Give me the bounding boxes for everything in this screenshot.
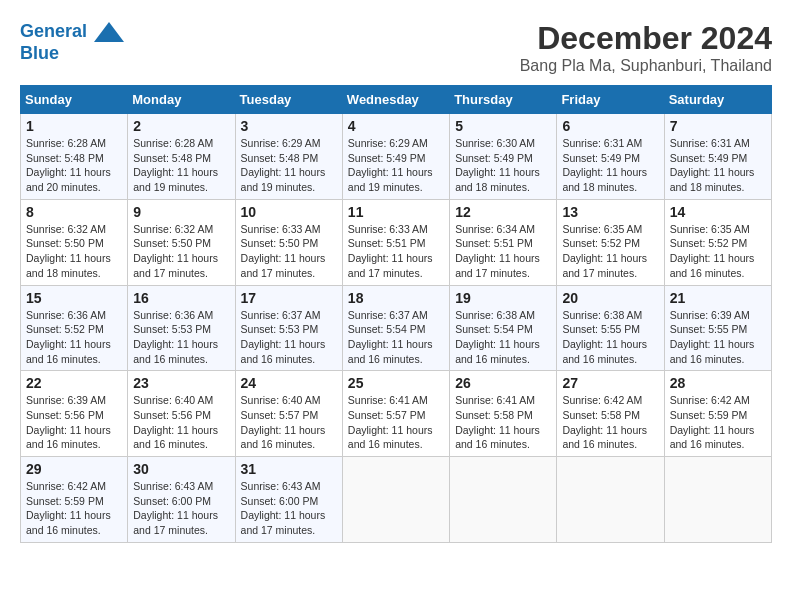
day-info: Sunrise: 6:31 AMSunset: 5:49 PMDaylight:… <box>562 137 647 193</box>
calendar-cell: 24 Sunrise: 6:40 AMSunset: 5:57 PMDaylig… <box>235 371 342 457</box>
day-number: 11 <box>348 204 444 220</box>
day-info: Sunrise: 6:32 AMSunset: 5:50 PMDaylight:… <box>133 223 218 279</box>
day-number: 10 <box>241 204 337 220</box>
calendar-cell: 15 Sunrise: 6:36 AMSunset: 5:52 PMDaylig… <box>21 285 128 371</box>
day-info: Sunrise: 6:28 AMSunset: 5:48 PMDaylight:… <box>26 137 111 193</box>
day-number: 9 <box>133 204 229 220</box>
day-info: Sunrise: 6:39 AMSunset: 5:56 PMDaylight:… <box>26 394 111 450</box>
day-number: 19 <box>455 290 551 306</box>
day-number: 31 <box>241 461 337 477</box>
calendar-cell: 14 Sunrise: 6:35 AMSunset: 5:52 PMDaylig… <box>664 199 771 285</box>
day-number: 20 <box>562 290 658 306</box>
day-number: 2 <box>133 118 229 134</box>
calendar-cell: 9 Sunrise: 6:32 AMSunset: 5:50 PMDayligh… <box>128 199 235 285</box>
day-number: 7 <box>670 118 766 134</box>
day-info: Sunrise: 6:41 AMSunset: 5:58 PMDaylight:… <box>455 394 540 450</box>
calendar-cell: 12 Sunrise: 6:34 AMSunset: 5:51 PMDaylig… <box>450 199 557 285</box>
day-info: Sunrise: 6:43 AMSunset: 6:00 PMDaylight:… <box>133 480 218 536</box>
day-info: Sunrise: 6:28 AMSunset: 5:48 PMDaylight:… <box>133 137 218 193</box>
calendar-cell: 3 Sunrise: 6:29 AMSunset: 5:48 PMDayligh… <box>235 114 342 200</box>
calendar-cell: 21 Sunrise: 6:39 AMSunset: 5:55 PMDaylig… <box>664 285 771 371</box>
day-number: 4 <box>348 118 444 134</box>
day-number: 12 <box>455 204 551 220</box>
calendar-cell: 20 Sunrise: 6:38 AMSunset: 5:55 PMDaylig… <box>557 285 664 371</box>
col-header-thursday: Thursday <box>450 86 557 114</box>
day-number: 3 <box>241 118 337 134</box>
calendar-cell <box>450 457 557 543</box>
calendar-cell: 17 Sunrise: 6:37 AMSunset: 5:53 PMDaylig… <box>235 285 342 371</box>
month-title: December 2024 <box>520 20 772 57</box>
day-info: Sunrise: 6:41 AMSunset: 5:57 PMDaylight:… <box>348 394 433 450</box>
day-number: 5 <box>455 118 551 134</box>
calendar-cell: 25 Sunrise: 6:41 AMSunset: 5:57 PMDaylig… <box>342 371 449 457</box>
logo-text: General <box>20 20 124 44</box>
day-number: 27 <box>562 375 658 391</box>
calendar-cell: 19 Sunrise: 6:38 AMSunset: 5:54 PMDaylig… <box>450 285 557 371</box>
day-info: Sunrise: 6:39 AMSunset: 5:55 PMDaylight:… <box>670 309 755 365</box>
calendar-cell: 28 Sunrise: 6:42 AMSunset: 5:59 PMDaylig… <box>664 371 771 457</box>
title-area: December 2024 Bang Pla Ma, Suphanburi, T… <box>520 20 772 75</box>
day-info: Sunrise: 6:35 AMSunset: 5:52 PMDaylight:… <box>562 223 647 279</box>
calendar-cell: 29 Sunrise: 6:42 AMSunset: 5:59 PMDaylig… <box>21 457 128 543</box>
calendar-table: SundayMondayTuesdayWednesdayThursdayFrid… <box>20 85 772 543</box>
calendar-cell <box>557 457 664 543</box>
calendar-cell: 23 Sunrise: 6:40 AMSunset: 5:56 PMDaylig… <box>128 371 235 457</box>
calendar-cell: 27 Sunrise: 6:42 AMSunset: 5:58 PMDaylig… <box>557 371 664 457</box>
location-title: Bang Pla Ma, Suphanburi, Thailand <box>520 57 772 75</box>
day-number: 29 <box>26 461 122 477</box>
day-info: Sunrise: 6:40 AMSunset: 5:56 PMDaylight:… <box>133 394 218 450</box>
calendar-cell: 13 Sunrise: 6:35 AMSunset: 5:52 PMDaylig… <box>557 199 664 285</box>
calendar-cell: 22 Sunrise: 6:39 AMSunset: 5:56 PMDaylig… <box>21 371 128 457</box>
day-info: Sunrise: 6:38 AMSunset: 5:55 PMDaylight:… <box>562 309 647 365</box>
day-info: Sunrise: 6:30 AMSunset: 5:49 PMDaylight:… <box>455 137 540 193</box>
calendar-cell: 5 Sunrise: 6:30 AMSunset: 5:49 PMDayligh… <box>450 114 557 200</box>
calendar-cell: 16 Sunrise: 6:36 AMSunset: 5:53 PMDaylig… <box>128 285 235 371</box>
day-info: Sunrise: 6:40 AMSunset: 5:57 PMDaylight:… <box>241 394 326 450</box>
day-info: Sunrise: 6:42 AMSunset: 5:59 PMDaylight:… <box>670 394 755 450</box>
calendar-cell: 26 Sunrise: 6:41 AMSunset: 5:58 PMDaylig… <box>450 371 557 457</box>
day-info: Sunrise: 6:37 AMSunset: 5:53 PMDaylight:… <box>241 309 326 365</box>
day-info: Sunrise: 6:33 AMSunset: 5:51 PMDaylight:… <box>348 223 433 279</box>
col-header-friday: Friday <box>557 86 664 114</box>
svg-marker-0 <box>94 22 124 42</box>
day-number: 17 <box>241 290 337 306</box>
day-number: 28 <box>670 375 766 391</box>
calendar-cell <box>664 457 771 543</box>
day-info: Sunrise: 6:29 AMSunset: 5:48 PMDaylight:… <box>241 137 326 193</box>
day-info: Sunrise: 6:36 AMSunset: 5:52 PMDaylight:… <box>26 309 111 365</box>
calendar-cell: 7 Sunrise: 6:31 AMSunset: 5:49 PMDayligh… <box>664 114 771 200</box>
day-number: 24 <box>241 375 337 391</box>
day-info: Sunrise: 6:43 AMSunset: 6:00 PMDaylight:… <box>241 480 326 536</box>
day-info: Sunrise: 6:38 AMSunset: 5:54 PMDaylight:… <box>455 309 540 365</box>
day-number: 25 <box>348 375 444 391</box>
day-number: 22 <box>26 375 122 391</box>
calendar-cell: 8 Sunrise: 6:32 AMSunset: 5:50 PMDayligh… <box>21 199 128 285</box>
col-header-tuesday: Tuesday <box>235 86 342 114</box>
day-number: 18 <box>348 290 444 306</box>
calendar-cell: 10 Sunrise: 6:33 AMSunset: 5:50 PMDaylig… <box>235 199 342 285</box>
day-info: Sunrise: 6:33 AMSunset: 5:50 PMDaylight:… <box>241 223 326 279</box>
day-info: Sunrise: 6:37 AMSunset: 5:54 PMDaylight:… <box>348 309 433 365</box>
day-info: Sunrise: 6:42 AMSunset: 5:59 PMDaylight:… <box>26 480 111 536</box>
day-number: 16 <box>133 290 229 306</box>
day-number: 8 <box>26 204 122 220</box>
day-info: Sunrise: 6:34 AMSunset: 5:51 PMDaylight:… <box>455 223 540 279</box>
day-info: Sunrise: 6:29 AMSunset: 5:49 PMDaylight:… <box>348 137 433 193</box>
day-number: 23 <box>133 375 229 391</box>
page-header: General Blue December 2024 Bang Pla Ma, … <box>20 20 772 75</box>
col-header-monday: Monday <box>128 86 235 114</box>
day-info: Sunrise: 6:35 AMSunset: 5:52 PMDaylight:… <box>670 223 755 279</box>
day-number: 14 <box>670 204 766 220</box>
day-info: Sunrise: 6:31 AMSunset: 5:49 PMDaylight:… <box>670 137 755 193</box>
calendar-cell: 4 Sunrise: 6:29 AMSunset: 5:49 PMDayligh… <box>342 114 449 200</box>
calendar-cell: 11 Sunrise: 6:33 AMSunset: 5:51 PMDaylig… <box>342 199 449 285</box>
day-number: 6 <box>562 118 658 134</box>
logo-icon <box>94 20 124 44</box>
day-number: 21 <box>670 290 766 306</box>
calendar-cell: 6 Sunrise: 6:31 AMSunset: 5:49 PMDayligh… <box>557 114 664 200</box>
day-number: 26 <box>455 375 551 391</box>
day-number: 13 <box>562 204 658 220</box>
day-info: Sunrise: 6:32 AMSunset: 5:50 PMDaylight:… <box>26 223 111 279</box>
col-header-sunday: Sunday <box>21 86 128 114</box>
calendar-cell <box>342 457 449 543</box>
